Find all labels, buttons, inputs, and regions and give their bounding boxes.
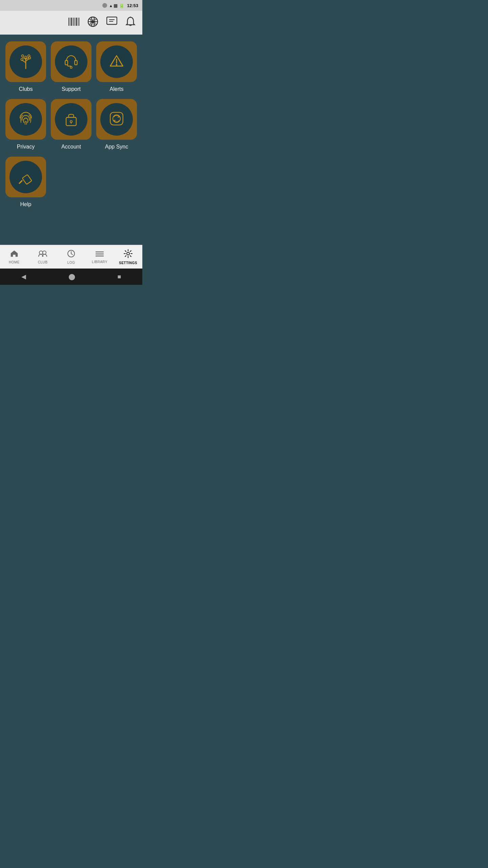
nav-item-settings[interactable]: SETTINGS (114, 246, 142, 268)
svg-rect-39 (110, 112, 123, 125)
svg-rect-3 (73, 18, 73, 26)
bottom-nav: HOME CLUB LOG (0, 245, 142, 269)
globe-icon[interactable] (87, 16, 98, 29)
svg-rect-8 (79, 18, 79, 26)
log-nav-label: LOG (67, 261, 75, 264)
status-bar: ▴ ▩ 🔋 12:53 (0, 0, 142, 11)
svg-rect-7 (78, 18, 78, 26)
menu-item-help[interactable]: Help (5, 157, 46, 208)
system-nav: ◀ ⬤ ■ (0, 269, 142, 285)
menu-item-alerts[interactable]: Alerts (96, 41, 137, 92)
barcode-icon[interactable] (68, 17, 79, 29)
account-circle (55, 103, 87, 136)
clubs-icon (16, 52, 35, 72)
settings-icon (124, 249, 133, 260)
svg-point-33 (70, 66, 72, 68)
menu-item-support[interactable]: Support (51, 41, 92, 92)
nav-item-library[interactable]: LIBRARY (85, 248, 114, 267)
svg-line-42 (19, 181, 22, 183)
svg-point-43 (39, 251, 43, 254)
account-card[interactable] (51, 99, 92, 140)
app-sync-circle (100, 103, 133, 136)
menu-item-privacy[interactable]: Privacy (5, 99, 46, 150)
club-nav-label: CLUB (38, 260, 48, 264)
support-circle (55, 45, 87, 78)
home-icon (10, 250, 18, 259)
library-nav-label: LIBRARY (92, 260, 107, 264)
back-button[interactable]: ◀ (21, 273, 26, 280)
battery-icon: 🔋 (119, 3, 124, 8)
clubs-label: Clubs (19, 86, 33, 92)
app-sync-icon (107, 109, 126, 130)
clubs-card[interactable] (5, 41, 46, 82)
help-circle (9, 161, 42, 193)
help-label: Help (20, 201, 32, 208)
privacy-circle (9, 103, 42, 136)
svg-rect-1 (70, 18, 70, 26)
privacy-label: Privacy (17, 144, 35, 150)
status-time: 12:53 (127, 3, 138, 8)
recents-button[interactable]: ■ (118, 273, 121, 280)
support-label: Support (62, 86, 81, 92)
nav-item-log[interactable]: LOG (57, 247, 85, 267)
grid-row-1: Clubs (5, 41, 137, 92)
clubs-circle (9, 45, 42, 78)
account-icon (62, 109, 81, 130)
svg-rect-37 (70, 121, 72, 123)
app-sync-card[interactable] (96, 99, 137, 140)
svg-rect-30 (75, 60, 77, 65)
svg-point-51 (127, 252, 129, 255)
nav-item-home[interactable]: HOME (0, 247, 28, 267)
alerts-circle (100, 45, 133, 78)
bell-icon[interactable] (125, 16, 136, 29)
help-card[interactable] (5, 157, 46, 197)
support-icon (62, 52, 81, 72)
home-nav-label: HOME (9, 260, 20, 264)
svg-rect-0 (68, 18, 69, 26)
privacy-icon (16, 109, 35, 130)
settings-nav-label: SETTINGS (119, 261, 137, 265)
home-button[interactable]: ⬤ (68, 273, 75, 280)
message-icon[interactable] (106, 17, 117, 29)
log-icon (67, 250, 75, 260)
alerts-card[interactable] (96, 41, 137, 82)
svg-rect-15 (107, 17, 117, 24)
grid-row-2: Privacy Account (5, 99, 137, 150)
svg-rect-5 (75, 18, 75, 26)
wifi-icon: ▴ (110, 3, 112, 8)
status-icons: ▴ ▩ 🔋 (110, 3, 124, 8)
svg-rect-6 (76, 18, 77, 26)
svg-rect-36 (66, 117, 76, 125)
svg-rect-2 (71, 18, 72, 26)
svg-point-27 (21, 55, 24, 57)
svg-point-14 (91, 20, 95, 23)
svg-point-44 (43, 251, 46, 254)
main-content: Clubs (0, 35, 142, 245)
alerts-label: Alerts (110, 86, 124, 92)
alerts-icon (107, 52, 126, 72)
grid-row-3: Help (5, 157, 137, 208)
svg-rect-4 (74, 18, 74, 26)
account-label: Account (61, 144, 81, 150)
signal-icon: ▩ (114, 3, 118, 8)
support-card[interactable] (51, 41, 92, 82)
privacy-card[interactable] (5, 99, 46, 140)
app-sync-label: App Sync (105, 144, 128, 150)
svg-rect-29 (65, 60, 67, 65)
svg-rect-41 (22, 175, 32, 184)
menu-item-app-sync[interactable]: App Sync (96, 99, 137, 150)
toolbar (0, 11, 142, 35)
nav-item-club[interactable]: CLUB (28, 247, 57, 267)
library-icon (95, 250, 104, 259)
menu-item-clubs[interactable]: Clubs (5, 41, 46, 92)
help-icon (16, 167, 35, 187)
svg-point-35 (116, 64, 118, 66)
svg-line-47 (71, 254, 73, 255)
status-circle-icon (102, 3, 107, 8)
menu-item-account[interactable]: Account (51, 99, 92, 150)
club-icon (38, 250, 47, 259)
